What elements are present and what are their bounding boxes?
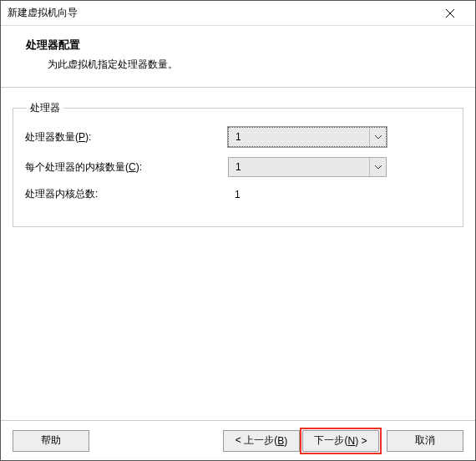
value-total-cores: 1 bbox=[228, 189, 387, 200]
window-title: 新建虚拟机向导 bbox=[8, 6, 78, 20]
wizard-header: 处理器配置 为此虚拟机指定处理器数量。 bbox=[1, 26, 475, 88]
row-cpu-count: 处理器数量(P): 1 bbox=[23, 127, 453, 147]
chevron-down-icon bbox=[369, 128, 386, 146]
combo-cores-per-cpu[interactable]: 1 bbox=[228, 157, 387, 177]
chevron-down-icon bbox=[369, 158, 386, 176]
group-legend: 处理器 bbox=[27, 101, 63, 115]
footer: 帮助 < 上一步(B) 下一步(N) > 取消 bbox=[1, 420, 475, 460]
cancel-button[interactable]: 取消 bbox=[387, 430, 463, 452]
processor-group: 处理器 处理器数量(P): 1 每个处理器的内核数量(C): 1 bbox=[13, 101, 463, 227]
close-icon bbox=[446, 9, 454, 18]
row-cores-per-cpu: 每个处理器的内核数量(C): 1 bbox=[23, 157, 453, 177]
content-area: 处理器 处理器数量(P): 1 每个处理器的内核数量(C): 1 bbox=[1, 88, 475, 420]
combo-cpu-count[interactable]: 1 bbox=[228, 127, 387, 147]
next-button[interactable]: 下一步(N) > bbox=[302, 430, 379, 452]
label-cores-per-cpu: 每个处理器的内核数量(C): bbox=[23, 160, 228, 175]
page-subtitle: 为此虚拟机指定处理器数量。 bbox=[26, 58, 467, 72]
row-total-cores: 处理器内核总数: 1 bbox=[23, 187, 453, 201]
close-button[interactable] bbox=[433, 2, 467, 25]
back-button[interactable]: < 上一步(B) bbox=[223, 430, 300, 452]
label-cpu-count: 处理器数量(P): bbox=[23, 130, 228, 144]
combo-cores-per-cpu-value: 1 bbox=[229, 161, 369, 173]
help-button[interactable]: 帮助 bbox=[13, 430, 89, 452]
label-total-cores: 处理器内核总数: bbox=[23, 187, 228, 201]
next-button-highlight: 下一步(N) > bbox=[300, 428, 382, 454]
titlebar: 新建虚拟机向导 bbox=[1, 1, 475, 26]
page-title: 处理器配置 bbox=[26, 38, 467, 53]
combo-cpu-count-value: 1 bbox=[229, 131, 369, 143]
